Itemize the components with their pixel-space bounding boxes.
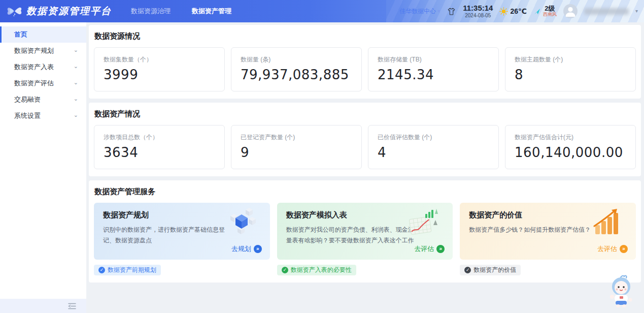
sidebar-item-label: 交易融资 bbox=[14, 95, 41, 104]
tag-label: 数据资产入表的必要性 bbox=[291, 266, 352, 274]
assistant-mascot[interactable] bbox=[605, 274, 637, 310]
stat-label: 数据主题数量 (个) bbox=[515, 55, 626, 64]
sidebar-item-asset-entry[interactable]: 数据资产入表 ⌄ bbox=[0, 59, 86, 75]
stat-value: 4 bbox=[378, 145, 489, 160]
sidebar-menu: 首页 数据资产规划 ⌄ 数据资产入表 ⌄ 数据资产评估 ⌄ 交易融资 ⌄ 系统设… bbox=[0, 22, 86, 299]
service-card-planning: 数据资产规划 识别中的数据资产，进行数据资产基础信息登记、数据资源盘点 bbox=[94, 203, 270, 260]
service-desc: 识别中的数据资产，进行数据资产基础信息登记、数据资源盘点 bbox=[103, 225, 231, 246]
header-right: 佳华数据中心 ▾ 11:35:14 2024-08-05 26℃ bbox=[399, 4, 644, 18]
stat-value: 9 bbox=[241, 145, 352, 160]
double-chevron-right-icon: » bbox=[254, 245, 262, 253]
stat-card-data-volume: 数据量 (条) 79,937,083,885 bbox=[231, 47, 362, 91]
stat-value: 3634 bbox=[104, 145, 215, 160]
tag-asset-value[interactable]: ✓ 数据资产的价值 bbox=[460, 265, 521, 275]
stat-value: 79,937,083,885 bbox=[241, 67, 352, 82]
tag-entry-necessity[interactable]: ✓ 数据资产入表的必要性 bbox=[277, 265, 356, 275]
check-circle-icon: ✓ bbox=[98, 267, 105, 273]
panel-data-resource: 数据资源情况 数据集数量（个） 3999 数据量 (条) 79,937,083,… bbox=[89, 25, 641, 99]
clock-widget: 11:35:14 2024-08-05 bbox=[463, 4, 493, 18]
go-link-label: 去规划 bbox=[231, 244, 251, 254]
finance-chart-icon bbox=[406, 208, 439, 239]
stat-label: 已登记资产数量 (个) bbox=[241, 133, 352, 142]
sun-icon bbox=[499, 7, 508, 16]
sidebar-item-label: 数据资产评估 bbox=[14, 79, 54, 88]
double-chevron-right-icon: » bbox=[620, 245, 628, 253]
sidebar-item-label: 首页 bbox=[14, 30, 27, 39]
sidebar-footer bbox=[0, 299, 86, 313]
top-nav: 数据资源治理 数据资产管理 bbox=[131, 7, 231, 16]
section-title-asset: 数据资产情况 bbox=[94, 109, 636, 119]
stat-card-topic-count: 数据主题数量 (个) 8 bbox=[505, 47, 636, 91]
stat-value: 160,140,000.00 bbox=[515, 145, 626, 160]
go-planning-link[interactable]: 去规划 » bbox=[231, 244, 262, 254]
service-card-asset-value: 数据资产的价值 数据资产值多少钱？如何提升数据资产估值？ bbox=[460, 203, 636, 260]
sidebar: 首页 数据资产规划 ⌄ 数据资产入表 ⌄ 数据资产评估 ⌄ 交易融资 ⌄ 系统设… bbox=[0, 22, 86, 313]
panel-services: 数据资产管理服务 数据资产规划 识别中的数据资产，进行数据资产基础信息登记、数据… bbox=[89, 180, 641, 283]
section-title-services: 数据资产管理服务 bbox=[94, 187, 636, 197]
chevron-down-icon: ⌄ bbox=[74, 63, 78, 70]
org-selector[interactable]: 佳华数据中心 ▾ bbox=[399, 7, 440, 16]
sidebar-item-home[interactable]: 首页 bbox=[0, 26, 86, 43]
user-name-redacted bbox=[584, 8, 629, 15]
stat-card-storage: 数据存储量 (TB) 2145.34 bbox=[368, 47, 499, 91]
service-desc: 数据资产值多少钱？如何提升数据资产估值？ bbox=[469, 225, 597, 235]
main-content: 数据资源情况 数据集数量（个） 3999 数据量 (条) 79,937,083,… bbox=[86, 22, 644, 313]
service-desc: 数据资产对我公司的资产负债、利润表、现金流量表有啥影响？要不要做数据资产入表这个… bbox=[286, 225, 414, 246]
chevron-down-icon: ▾ bbox=[437, 9, 440, 14]
section-title-resource: 数据资源情况 bbox=[94, 32, 636, 41]
sidebar-item-system-settings[interactable]: 系统设置 ⌄ bbox=[0, 108, 86, 124]
stat-value: 3999 bbox=[104, 67, 215, 82]
temperature-value: 26℃ bbox=[510, 7, 527, 15]
check-circle-icon: ✓ bbox=[464, 267, 471, 273]
stat-card-registered-assets: 已登记资产数量 (个) 9 bbox=[231, 125, 362, 169]
sidebar-item-label: 数据资产规划 bbox=[14, 46, 54, 55]
weather-widget: 26℃ bbox=[499, 7, 527, 16]
chevron-down-icon: ⌄ bbox=[74, 112, 78, 118]
rising-bars-icon bbox=[590, 208, 623, 239]
tag-early-planning[interactable]: ✓ 数据资产前期规划 bbox=[94, 265, 161, 275]
stat-card-valuation-total: 数据资产估值合计(元) 160,140,000.00 bbox=[505, 125, 636, 169]
sidebar-item-asset-evaluation[interactable]: 数据资产评估 ⌄ bbox=[0, 75, 86, 91]
nav-tab-data-governance[interactable]: 数据资源治理 bbox=[131, 7, 171, 16]
service-tags-row: ✓ 数据资产前期规划 ✓ 数据资产入表的必要性 ✓ 数据资产的价值 bbox=[94, 265, 636, 275]
go-evaluate-value-link[interactable]: 去评估 » bbox=[597, 244, 628, 254]
app-title: 数据资源管理平台 bbox=[26, 5, 112, 18]
stat-card-evaluated-count: 已价值评估数量 (个) 4 bbox=[368, 125, 499, 169]
wind-level-value: 2级 bbox=[543, 5, 557, 12]
date-value: 2024-08-05 bbox=[463, 13, 493, 18]
sidebar-item-trade-financing[interactable]: 交易融资 ⌄ bbox=[0, 91, 86, 108]
chevron-down-icon: ⌄ bbox=[74, 47, 78, 53]
sidebar-item-label: 系统设置 bbox=[14, 111, 41, 120]
top-header: 数据资源管理平台 数据资源治理 数据资产管理 佳华数据中心 ▾ 11:35:14… bbox=[0, 0, 644, 22]
go-evaluate-entry-link[interactable]: 去评估 » bbox=[414, 244, 445, 254]
user-menu-caret-icon[interactable]: ▾ bbox=[635, 9, 638, 14]
tag-label: 数据资产前期规划 bbox=[108, 266, 156, 274]
butterfly-logo-icon bbox=[7, 5, 22, 18]
stat-label: 涉数项目总数（个） bbox=[104, 133, 215, 142]
chevron-down-icon: ⌄ bbox=[74, 96, 78, 102]
service-card-simulated-entry: 数据资产模拟入表 数据资产对我公司的资产负债、利润表、现金流量表有啥影响？要不要… bbox=[277, 203, 453, 260]
panel-data-asset: 数据资产情况 涉数项目总数（个） 3634 已登记资产数量 (个) 9 已价值评… bbox=[89, 103, 641, 176]
sidebar-collapse-icon[interactable] bbox=[68, 303, 76, 309]
tshirt-theme-icon[interactable] bbox=[447, 7, 456, 16]
sidebar-item-asset-planning[interactable]: 数据资产规划 ⌄ bbox=[0, 43, 86, 59]
go-link-label: 去评估 bbox=[414, 244, 434, 254]
stat-label: 数据资产估值合计(元) bbox=[515, 133, 626, 142]
stat-label: 数据量 (条) bbox=[241, 55, 352, 64]
go-link-label: 去评估 bbox=[597, 244, 617, 254]
nav-tab-data-asset-management[interactable]: 数据资产管理 bbox=[192, 7, 231, 16]
sidebar-item-label: 数据资产入表 bbox=[14, 62, 54, 72]
logo-area: 数据资源管理平台 bbox=[0, 5, 112, 18]
wind-direction-value: 西南风 bbox=[543, 12, 557, 17]
stat-label: 数据集数量（个） bbox=[104, 55, 215, 64]
wind-widget: 2级 西南风 bbox=[533, 5, 557, 17]
double-chevron-right-icon: » bbox=[436, 245, 445, 253]
time-value: 11:35:14 bbox=[463, 4, 493, 13]
tag-label: 数据资产的价值 bbox=[473, 266, 516, 274]
stat-value: 8 bbox=[515, 67, 626, 82]
user-avatar[interactable] bbox=[563, 4, 578, 18]
stat-label: 数据存储量 (TB) bbox=[378, 55, 489, 64]
stat-value: 2145.34 bbox=[378, 67, 489, 82]
chevron-down-icon: ⌄ bbox=[74, 79, 78, 86]
stat-label: 已价值评估数量 (个) bbox=[378, 133, 489, 142]
